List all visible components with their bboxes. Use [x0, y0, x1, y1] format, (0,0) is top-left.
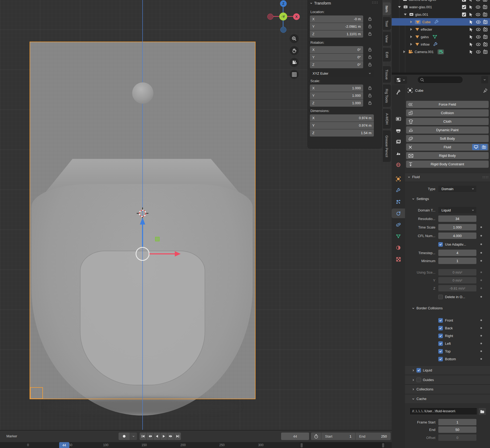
marker-menu[interactable]: Marker	[6, 434, 17, 438]
tab-rig-tools[interactable]: Rig Tools	[383, 85, 391, 107]
rotation-z-field[interactable]: Z0°	[310, 61, 363, 68]
gizmo-free-move-circle[interactable]	[136, 247, 149, 261]
outliner[interactable]: camera and lights water-glas.001	[392, 0, 490, 73]
camera-view-button[interactable]	[290, 58, 299, 67]
outliner-row-camera-and-lights[interactable]: camera and lights	[392, 0, 490, 3]
collision-button[interactable]: Collision	[406, 109, 489, 117]
tab-edit[interactable]: Edit	[383, 48, 391, 62]
tab-modifier-properties[interactable]	[392, 186, 405, 195]
lock-scale-z-button[interactable]	[367, 100, 373, 106]
cache-panel-header[interactable]: Cache	[412, 397, 427, 401]
border-back-checkbox[interactable]: Back	[438, 326, 453, 330]
animate-dot[interactable]	[480, 243, 482, 245]
delete-in-obstacle-checkbox[interactable]: Delete in O...	[438, 295, 465, 299]
animate-dot[interactable]	[480, 296, 482, 298]
tab-physics-properties[interactable]	[392, 209, 405, 218]
animate-dot[interactable]	[480, 279, 482, 281]
next-keyframe-button[interactable]	[167, 433, 174, 440]
border-bottom-checkbox[interactable]: Bottom	[438, 357, 456, 361]
rigid-body-button[interactable]: Rigid Body	[406, 152, 489, 159]
liquid-panel-header[interactable]: Liquid	[412, 368, 432, 373]
tab-tool[interactable]: Tool	[383, 17, 391, 30]
lock-location-y-button[interactable]	[367, 23, 373, 29]
frame-end-field[interactable]: End 250	[355, 433, 391, 440]
tab-output-properties[interactable]	[392, 126, 405, 135]
outliner-row-glas-001[interactable]: glas.001	[392, 11, 490, 18]
play-reverse-button[interactable]	[153, 433, 160, 440]
scale-z-field[interactable]: Z1.000	[310, 99, 363, 107]
cache-frame-start-field[interactable]: 1	[438, 419, 476, 425]
tab-view-layer-properties[interactable]	[392, 137, 405, 147]
outliner-row-galss[interactable]: galss	[392, 33, 490, 41]
fluid-type-dropdown[interactable]: Domain	[438, 186, 476, 192]
inflow-sphere[interactable]	[132, 82, 153, 104]
zoom-button[interactable]	[290, 34, 299, 43]
nav-axis-x[interactable]: X	[293, 13, 300, 20]
tab-constraint-properties[interactable]	[392, 220, 405, 230]
animate-dot[interactable]	[480, 226, 482, 228]
cache-path-field[interactable]: //..\..\..\..\User...\fluid-lesseon\	[410, 407, 477, 415]
animate-dot[interactable]	[480, 252, 482, 254]
border-front-checkbox[interactable]: Front	[438, 318, 453, 323]
collections-panel-header[interactable]: Collections	[412, 387, 434, 391]
lock-rotation-x-button[interactable]	[367, 47, 373, 53]
disclosure-expanded-icon[interactable]	[404, 14, 407, 15]
tab-world-properties[interactable]	[392, 160, 405, 170]
outliner-row-inflow[interactable]: inflow	[392, 41, 490, 48]
animate-dot[interactable]	[480, 350, 482, 352]
playhead-badge[interactable]: 44	[59, 442, 69, 448]
disclosure-expanded-icon[interactable]	[398, 6, 401, 8]
tab-texture-properties[interactable]	[392, 254, 405, 264]
animate-dot[interactable]	[480, 319, 482, 321]
disclosure-collapsed-icon[interactable]	[410, 35, 412, 38]
lock-scale-y-button[interactable]	[367, 93, 373, 98]
nav-axis-y-neg[interactable]: -Y	[279, 13, 287, 21]
search-input[interactable]	[417, 76, 463, 83]
gravity-z-field[interactable]: -9.81 m/s²	[438, 285, 476, 291]
tab-view[interactable]: View	[383, 32, 391, 46]
animate-dot[interactable]	[480, 271, 482, 273]
corner-object-outline[interactable]	[30, 387, 43, 399]
outliner-row-cube[interactable]: Cube	[392, 18, 490, 26]
disclosure-collapsed-icon[interactable]	[410, 28, 412, 31]
timeline-scrollbar[interactable]	[300, 442, 385, 448]
nav-axis-x-neg[interactable]	[267, 14, 273, 20]
guides-panel-header[interactable]: Guides	[412, 378, 434, 382]
properties-options-dropdown[interactable]	[481, 76, 488, 83]
settings-section-header[interactable]: Settings	[412, 197, 429, 201]
rigid-body-constraint-button[interactable]: Rigid Body Constraint	[406, 161, 489, 168]
cache-offset-field[interactable]: 0	[438, 434, 476, 441]
disclosure-collapsed-icon[interactable]	[410, 21, 412, 23]
tab-particle-properties[interactable]	[392, 197, 405, 207]
ortho-grid-button[interactable]	[290, 70, 299, 79]
panel-grip-icon[interactable]	[372, 1, 378, 4]
dimension-z-field[interactable]: Z1.54 m	[310, 129, 374, 137]
dimension-x-field[interactable]: X0.974 m	[310, 114, 374, 122]
tab-tissue[interactable]: Tissue	[383, 66, 391, 83]
outliner-row-camera-001[interactable]: Camera.001	[392, 48, 490, 55]
scale-x-field[interactable]: X1.000	[310, 85, 363, 92]
lock-rotation-z-button[interactable]	[367, 62, 373, 67]
breadcrumb-object-name[interactable]: Cube	[415, 89, 423, 93]
fluid-realtime-toggle[interactable]	[472, 144, 480, 150]
fluid-render-toggle[interactable]	[480, 144, 488, 150]
location-x-field[interactable]: X-0 m	[310, 15, 363, 23]
animate-dot[interactable]	[480, 343, 482, 344]
tab-data-properties[interactable]	[392, 231, 405, 241]
browse-folder-button[interactable]	[479, 408, 486, 415]
soft-body-button[interactable]: Soft Body	[406, 135, 489, 142]
disclosure-collapsed-icon[interactable]	[403, 50, 405, 53]
animate-dot[interactable]	[480, 260, 482, 262]
use-preview-range-button[interactable]	[311, 433, 321, 440]
lock-rotation-y-button[interactable]	[367, 54, 373, 60]
border-top-checkbox[interactable]: Top	[438, 349, 451, 354]
use-adaptive-checkbox[interactable]: Use Adaptiv...	[438, 242, 466, 247]
cfl-field[interactable]: 4.000	[438, 233, 476, 239]
scale-y-field[interactable]: Y1.000	[310, 92, 363, 99]
scrollbar-handle-right[interactable]	[382, 443, 384, 447]
disclosure-collapsed-icon[interactable]	[410, 43, 412, 46]
outliner-row-effecter[interactable]: effecter	[392, 26, 490, 33]
transform-panel-header[interactable]: Transform	[310, 1, 331, 5]
current-frame-field[interactable]: 44	[281, 433, 309, 440]
animate-dot[interactable]	[480, 335, 482, 337]
